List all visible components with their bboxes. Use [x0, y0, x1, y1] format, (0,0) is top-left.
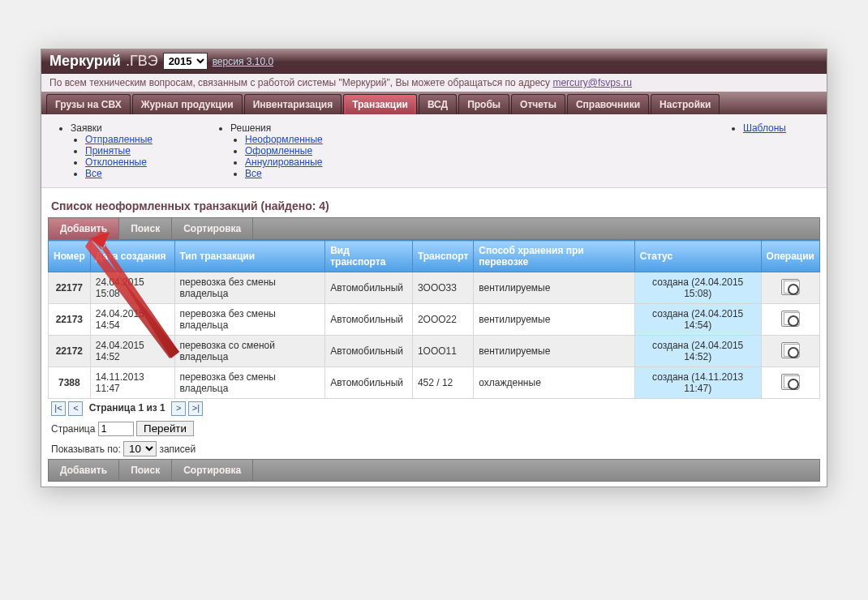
- cell-ops: [761, 367, 819, 399]
- records-select[interactable]: 10: [123, 441, 157, 456]
- cell-type: перевозка без смены владельца: [174, 367, 325, 399]
- subnav-link-Принятые[interactable]: Принятые: [85, 145, 131, 156]
- table-row: 2217724.04.2015 15:08перевозка без смены…: [49, 272, 820, 304]
- cell-type: перевозка со сменой владельца: [174, 336, 325, 367]
- cell-date: 14.11.2013 11:47: [90, 367, 174, 399]
- cell-transport-kind: Автомобильный: [325, 304, 413, 336]
- bottom-toolbar: Добавить Поиск Сортировка: [48, 459, 820, 482]
- records-label: записей: [159, 444, 196, 455]
- cell-num: 7388: [49, 367, 91, 399]
- cell-transport-kind: Автомобильный: [325, 272, 413, 304]
- version-link[interactable]: версия 3.10.0: [213, 56, 274, 67]
- view-icon[interactable]: [781, 342, 799, 358]
- cell-date: 24.04.2015 15:08: [90, 272, 174, 304]
- cell-storage: вентилируемые: [474, 272, 634, 304]
- subnav-link-Оформленные[interactable]: Оформленные: [245, 145, 312, 156]
- cell-ops: [761, 272, 819, 304]
- cell-transport-kind: Автомобильный: [325, 367, 413, 399]
- col-Номер: Номер: [49, 241, 91, 272]
- cell-status: создана (14.11.2013 11:47): [634, 367, 761, 399]
- info-bar: По всем техническим вопросам, связанным …: [41, 74, 827, 92]
- sort-button[interactable]: Сортировка: [172, 218, 253, 239]
- subnav-group-decisions: Решения: [230, 122, 323, 134]
- show-label: Показывать по:: [51, 444, 121, 455]
- cell-num: 22172: [49, 336, 91, 367]
- cell-date: 24.04.2015 14:52: [90, 336, 174, 367]
- cell-storage: вентилируемые: [474, 336, 634, 367]
- cell-transport: 2ООО22: [412, 304, 473, 336]
- col-Операции: Операции: [761, 241, 819, 272]
- col-Транспорт: Транспорт: [412, 241, 473, 272]
- page-input[interactable]: [98, 422, 134, 436]
- next-page-button[interactable]: >: [171, 401, 186, 416]
- cell-status: создана (24.04.2015 14:52): [634, 336, 761, 367]
- add-button-bottom[interactable]: Добавить: [49, 460, 119, 481]
- sub-nav: Заявки ОтправленныеПринятыеОтклоненныеВс…: [41, 114, 827, 188]
- subnav-link-Неоформленные[interactable]: Неоформленные: [245, 134, 323, 145]
- go-button[interactable]: Перейти: [136, 421, 194, 436]
- cell-transport-kind: Автомобильный: [325, 336, 413, 367]
- table-row: 738814.11.2013 11:47перевозка без смены …: [49, 367, 820, 399]
- cell-transport: 1ООО11: [412, 336, 473, 367]
- subnav-link-Все[interactable]: Все: [245, 168, 262, 179]
- cell-ops: [761, 336, 819, 367]
- cell-storage: вентилируемые: [474, 304, 634, 336]
- subnav-link-Отправленные[interactable]: Отправленные: [85, 134, 153, 145]
- page-title: Список неоформленных транзакций (найдено…: [51, 199, 817, 212]
- search-button[interactable]: Поиск: [119, 218, 172, 239]
- cell-storage: охлажденные: [474, 367, 634, 399]
- search-button-bottom[interactable]: Поиск: [119, 460, 172, 481]
- app-suffix: .ГВЭ: [126, 53, 158, 70]
- page-jump: Страница Перейти: [48, 418, 820, 439]
- prev-page-button[interactable]: <: [68, 401, 83, 416]
- cell-date: 24.04.2015 14:54: [90, 304, 174, 336]
- tab-Отчеты[interactable]: Отчеты: [511, 94, 565, 114]
- col-Способ хранения при перевозке: Способ хранения при перевозке: [474, 241, 634, 272]
- sort-button-bottom[interactable]: Сортировка: [172, 460, 253, 481]
- view-icon[interactable]: [781, 374, 799, 390]
- view-icon[interactable]: [781, 279, 799, 295]
- support-email-link[interactable]: mercury@fsvps.ru: [552, 77, 632, 88]
- view-icon[interactable]: [781, 311, 799, 327]
- page-label: Страница: [51, 423, 95, 435]
- subnav-link-Шаблоны[interactable]: Шаблоны: [743, 122, 786, 134]
- tab-ВСД[interactable]: ВСД: [419, 94, 457, 114]
- table-row: 2217224.04.2015 14:52перевозка со сменой…: [49, 336, 820, 367]
- cell-status: создана (24.04.2015 14:54): [634, 304, 761, 336]
- records-per-page: Показывать по: 10 записей: [48, 439, 820, 459]
- pager: |< < Страница 1 из 1 > >|: [48, 399, 820, 418]
- title-bar: Меркурий.ГВЭ 2015 версия 3.10.0: [41, 49, 827, 74]
- tab-Пробы[interactable]: Пробы: [458, 94, 509, 114]
- col-Тип транзакции: Тип транзакции: [174, 241, 325, 272]
- first-page-button[interactable]: |<: [51, 401, 66, 416]
- cell-type: перевозка без смены владельца: [174, 304, 325, 336]
- tab-Справочники[interactable]: Справочники: [567, 94, 649, 114]
- cell-status: создана (24.04.2015 15:08): [634, 272, 761, 304]
- subnav-link-Все[interactable]: Все: [85, 168, 102, 179]
- tab-Инвентаризация[interactable]: Инвентаризация: [244, 94, 342, 114]
- col-Дата создания: Дата создания: [90, 241, 174, 272]
- cell-type: перевозка без смены владельца: [174, 272, 325, 304]
- tab-Настройки[interactable]: Настройки: [651, 94, 720, 114]
- col-Вид транспорта: Вид транспорта: [325, 241, 413, 272]
- main-tabs: Грузы на СВХЖурнал продукцииИнвентаризац…: [41, 92, 827, 114]
- add-button[interactable]: Добавить: [49, 218, 119, 239]
- table-row: 2217324.04.2015 14:54перевозка без смены…: [49, 304, 820, 336]
- tab-Журнал продукции[interactable]: Журнал продукции: [132, 94, 243, 114]
- cell-ops: [761, 304, 819, 336]
- tab-Грузы на СВХ[interactable]: Грузы на СВХ: [46, 94, 131, 114]
- cell-transport: 3ООО33: [412, 272, 473, 304]
- app-name: Меркурий: [49, 53, 121, 70]
- last-page-button[interactable]: >|: [188, 401, 203, 416]
- cell-num: 22173: [49, 304, 91, 336]
- transactions-table: НомерДата созданияТип транзакцииВид тран…: [48, 240, 820, 399]
- top-toolbar: Добавить Поиск Сортировка: [48, 217, 820, 240]
- cell-transport: 452 / 12: [412, 367, 473, 399]
- year-select[interactable]: 2015: [163, 53, 208, 70]
- subnav-link-Аннулированные[interactable]: Аннулированные: [245, 156, 323, 168]
- cell-num: 22177: [49, 272, 91, 304]
- page-indicator: Страница 1 из 1: [89, 402, 165, 414]
- tab-Транзакции[interactable]: Транзакции: [343, 94, 417, 114]
- info-text: По всем техническим вопросам, связанным …: [49, 77, 552, 88]
- subnav-link-Отклоненные[interactable]: Отклоненные: [85, 156, 147, 168]
